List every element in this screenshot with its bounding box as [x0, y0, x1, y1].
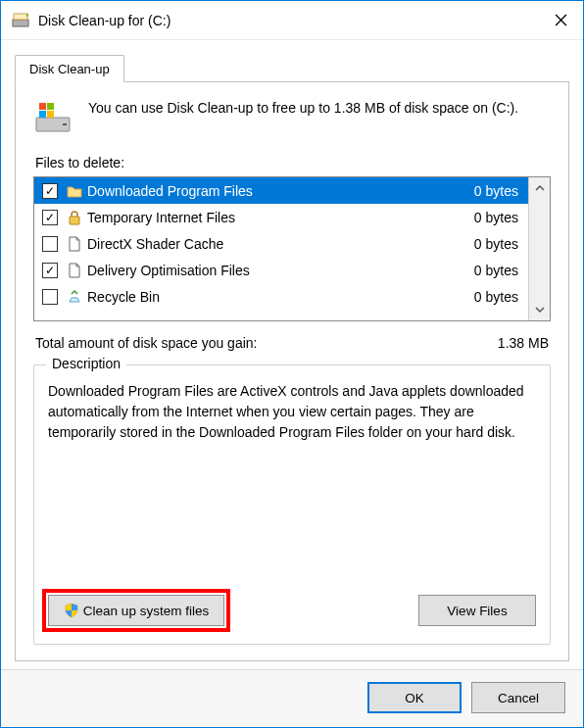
- file-name: Temporary Internet Files: [87, 210, 448, 225]
- file-row[interactable]: Downloaded Program Files0 bytes: [34, 177, 528, 204]
- file-type-icon: [66, 262, 83, 279]
- file-type-icon: [66, 209, 83, 226]
- description-legend: Description: [46, 356, 126, 371]
- content-area: Disk Clean-up You can use Disk Clean-up …: [1, 40, 583, 669]
- svg-rect-8: [70, 217, 79, 224]
- svg-rect-0: [13, 20, 28, 26]
- scroll-up-icon[interactable]: [529, 177, 550, 199]
- file-checkbox[interactable]: [42, 210, 58, 225]
- intro-text: You can use Disk Clean-up to free up to …: [88, 98, 518, 119]
- svg-rect-4: [39, 103, 46, 110]
- file-checkbox[interactable]: [42, 289, 58, 305]
- file-size: 0 bytes: [448, 263, 518, 278]
- ok-label: OK: [405, 691, 424, 705]
- tabpanel: You can use Disk Clean-up to free up to …: [15, 81, 569, 661]
- file-row[interactable]: Recycle Bin0 bytes: [34, 283, 528, 310]
- file-name: DirectX Shader Cache: [87, 236, 448, 252]
- view-files-button[interactable]: View Files: [418, 595, 536, 626]
- total-row: Total amount of disk space you gain: 1.3…: [35, 335, 549, 351]
- svg-rect-6: [39, 111, 46, 118]
- clean-system-files-button[interactable]: Clean up system files: [48, 595, 224, 626]
- total-label: Total amount of disk space you gain:: [35, 335, 498, 351]
- file-name: Recycle Bin: [87, 289, 448, 305]
- scrollbar[interactable]: [528, 177, 550, 320]
- svg-rect-3: [63, 123, 67, 125]
- file-type-icon: [66, 235, 83, 253]
- description-text: Downloaded Program Files are ActiveX con…: [48, 381, 536, 443]
- scroll-down-icon[interactable]: [529, 299, 550, 320]
- app-icon: [11, 11, 30, 30]
- view-files-label: View Files: [447, 604, 507, 618]
- total-value: 1.38 MB: [498, 335, 549, 351]
- cancel-label: Cancel: [498, 691, 539, 705]
- file-type-icon: [66, 288, 83, 306]
- file-name: Downloaded Program Files: [87, 183, 448, 199]
- clean-system-files-label: Clean up system files: [83, 604, 209, 618]
- file-row[interactable]: DirectX Shader Cache0 bytes: [34, 230, 528, 257]
- tabstrip: Disk Clean-up: [15, 50, 569, 81]
- files-label: Files to delete:: [35, 155, 551, 170]
- titlebar: Disk Clean-up for (C:): [1, 1, 583, 40]
- dialog-window: Disk Clean-up for (C:) Disk Clean-up: [0, 0, 584, 728]
- file-size: 0 bytes: [448, 236, 518, 252]
- ok-button[interactable]: OK: [367, 682, 462, 713]
- file-name: Delivery Optimisation Files: [87, 263, 448, 278]
- scroll-thumb[interactable]: [529, 199, 550, 299]
- description-group: Description Downloaded Program Files are…: [33, 364, 551, 645]
- bottom-bar: OK Cancel: [1, 669, 583, 727]
- drive-icon: [33, 98, 73, 137]
- file-size: 0 bytes: [448, 210, 518, 225]
- svg-rect-7: [47, 111, 54, 118]
- file-type-icon: [66, 182, 83, 200]
- file-checkbox[interactable]: [42, 236, 58, 252]
- file-row[interactable]: Delivery Optimisation Files0 bytes: [34, 257, 528, 283]
- cancel-button[interactable]: Cancel: [471, 682, 565, 713]
- file-row[interactable]: Temporary Internet Files0 bytes: [34, 204, 528, 230]
- window-title: Disk Clean-up for (C:): [38, 13, 170, 28]
- filelist: Downloaded Program Files0 bytesTemporary…: [33, 176, 551, 321]
- intro-row: You can use Disk Clean-up to free up to …: [33, 98, 551, 137]
- file-checkbox[interactable]: [42, 263, 58, 278]
- file-checkbox[interactable]: [42, 183, 58, 199]
- file-size: 0 bytes: [448, 289, 518, 305]
- close-button[interactable]: [538, 3, 583, 38]
- svg-rect-5: [47, 103, 54, 110]
- svg-rect-1: [14, 14, 27, 20]
- shield-icon: [64, 603, 79, 618]
- tab-disk-cleanup[interactable]: Disk Clean-up: [15, 55, 124, 82]
- file-size: 0 bytes: [448, 183, 518, 199]
